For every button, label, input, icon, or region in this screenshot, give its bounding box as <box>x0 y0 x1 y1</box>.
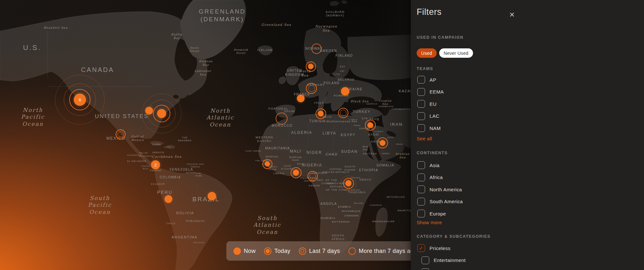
legend-item-last-7-days: Last 7 days <box>299 247 340 255</box>
legend-label: Last 7 days <box>309 248 340 255</box>
map-marker-cluster[interactable]: 2 <box>151 160 160 169</box>
section-heading-teams: TEAMS <box>417 66 433 71</box>
used-in-campaign-pills: UsedNever Used <box>417 48 473 58</box>
checkbox-nam[interactable] <box>417 124 425 132</box>
marker-core <box>208 192 216 200</box>
legend-item-more-than-7-days-ago: More than 7 days ago <box>348 247 411 255</box>
map-marker-today[interactable] <box>308 64 314 69</box>
legend-item-now: Now <box>233 247 256 255</box>
filters-panel: Filters ✕ USED IN CAMPAIGN UsedNever Use… <box>411 0 644 270</box>
legend-label: Today <box>274 248 290 255</box>
continent-option-europe[interactable]: Europe <box>417 210 463 217</box>
continent-option-north-america[interactable]: North America <box>417 185 463 193</box>
marker-core <box>346 180 352 186</box>
pill-used[interactable]: Used <box>417 48 437 58</box>
teams-see-all-link[interactable]: See all <box>417 136 432 141</box>
section-heading-used-in-campaign: USED IN CAMPAIGN <box>417 35 463 40</box>
marker-ring <box>308 85 315 92</box>
pill-never-used[interactable]: Never Used <box>439 48 473 58</box>
team-option-eema[interactable]: EEMA <box>417 88 444 96</box>
map-marker-now[interactable] <box>341 87 349 95</box>
marker-ring <box>311 44 322 54</box>
checkbox-south-america[interactable] <box>417 198 425 205</box>
marker-core <box>367 122 373 128</box>
marker-core <box>308 64 314 69</box>
filters-panel-title: Filters <box>417 7 441 17</box>
option-label: EEMA <box>430 89 444 95</box>
option-label: Entertainment <box>434 257 466 263</box>
continent-option-south-america[interactable]: South America <box>417 198 463 205</box>
option-label: EU <box>430 101 437 107</box>
option-label: Africa <box>430 175 443 180</box>
world-map-landmasses <box>0 0 411 270</box>
map-marker-now[interactable] <box>297 95 305 102</box>
checkbox-ap[interactable] <box>417 76 425 84</box>
continent-option-asia[interactable]: Asia <box>417 161 463 169</box>
checkbox-blank[interactable] <box>421 268 429 270</box>
map-marker-today[interactable] <box>346 180 352 186</box>
continents-options: AsiaAfricaNorth AmericaSouth AmericaEuro… <box>417 161 463 217</box>
marker-ring <box>340 110 346 116</box>
checkbox-priceless[interactable]: ✓ <box>417 244 425 252</box>
legend-item-today: Today <box>264 247 290 255</box>
marker-core <box>165 195 172 203</box>
team-option-nam[interactable]: NAM <box>417 124 444 132</box>
checkbox-africa[interactable] <box>417 174 425 181</box>
marker-core <box>293 170 299 176</box>
team-option-ap[interactable]: AP <box>417 76 444 84</box>
option-label: North America <box>430 187 462 192</box>
time-legend: NowTodayLast 7 daysMore than 7 days ago <box>226 241 411 261</box>
time-legend-items: NowTodayLast 7 daysMore than 7 days ago <box>233 247 411 255</box>
map-marker-today[interactable] <box>318 111 324 116</box>
checkbox-north-america[interactable] <box>417 185 425 193</box>
category-option-priceless[interactable]: ✓Priceless <box>417 244 466 252</box>
checkbox-europe[interactable] <box>417 210 425 217</box>
team-option-eu[interactable]: EU <box>417 100 444 108</box>
legend-label: More than 7 days ago <box>359 248 411 255</box>
option-label: Priceless <box>430 245 450 251</box>
continents-show-more-link[interactable]: Show more <box>417 220 442 225</box>
checkbox-lac[interactable] <box>417 112 425 120</box>
legend-now-icon <box>233 247 241 255</box>
category-option-entertainment[interactable]: Entertainment <box>421 256 466 264</box>
marker-core <box>380 140 385 146</box>
marker-core: 2 <box>151 160 160 169</box>
checkbox-eema[interactable] <box>417 88 425 96</box>
section-heading-categories: CATEGORY & SUBCATEGORIES <box>417 234 490 239</box>
world-map[interactable]: U.S.CANADAUNITED STATESGREENLAND (Denmar… <box>0 0 411 270</box>
option-label: LAC <box>430 113 440 119</box>
marker-ring <box>309 173 316 179</box>
legend-last7-icon <box>299 247 306 255</box>
marker-core: 6 <box>74 94 86 106</box>
marker-ring <box>276 113 288 125</box>
map-marker-now[interactable] <box>165 195 172 203</box>
continent-option-africa[interactable]: Africa <box>417 174 463 181</box>
section-heading-continents: CONTINENTS <box>417 151 448 155</box>
checkbox-eu[interactable] <box>417 100 425 108</box>
marker-core <box>157 109 166 118</box>
team-option-lac[interactable]: LAC <box>417 112 444 120</box>
option-label: South America <box>430 199 463 204</box>
map-marker-pulse[interactable] <box>157 109 166 118</box>
marker-core <box>341 87 349 95</box>
map-marker-today[interactable] <box>265 161 270 166</box>
option-label: Asia <box>430 163 440 168</box>
map-marker-cluster[interactable]: 6 <box>74 94 86 106</box>
map-marker-now[interactable] <box>208 192 216 200</box>
option-label: NAM <box>430 125 441 131</box>
checkbox-entertainment[interactable] <box>421 256 429 264</box>
checkbox-asia[interactable] <box>417 161 425 169</box>
category-option-blank[interactable] <box>421 268 466 270</box>
map-marker-today[interactable] <box>367 122 373 128</box>
marker-core <box>318 111 324 116</box>
close-icon[interactable]: ✕ <box>507 10 516 19</box>
teams-options: APEEMAEULACNAM <box>417 76 444 132</box>
categories-options: ✓PricelessEntertainment <box>417 244 466 270</box>
map-marker-today[interactable] <box>380 140 385 146</box>
option-label: Europe <box>430 211 446 216</box>
marker-core <box>297 95 305 102</box>
map-marker-today[interactable] <box>293 170 299 176</box>
marker-ring <box>118 131 124 137</box>
campaign-map-app: { "colors": { "accent": "#f4731e", "ring… <box>0 0 644 270</box>
marker-core <box>265 161 270 166</box>
